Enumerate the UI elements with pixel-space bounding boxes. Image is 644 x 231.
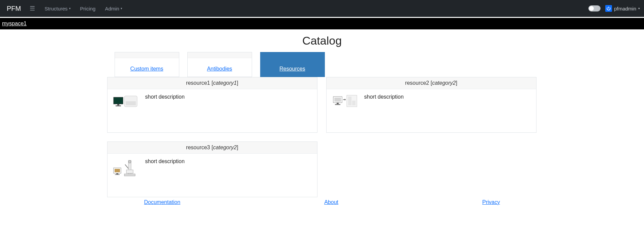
card-name: resource3 <box>186 145 210 150</box>
bracket-close: ] <box>237 80 238 86</box>
navbar-right: pfmadmin ▾ <box>588 5 640 12</box>
svg-rect-13 <box>115 169 120 172</box>
brand-logo[interactable]: PFM <box>4 5 24 12</box>
card-body: short description <box>327 89 536 132</box>
nav-structures[interactable]: Structures ▾ <box>41 6 74 11</box>
user-name: pfmadmin <box>614 6 636 11</box>
resource-card[interactable]: resource1 [category1] short description <box>107 77 317 133</box>
svg-rect-15 <box>115 174 120 175</box>
user-menu[interactable]: pfmadmin ▾ <box>605 5 640 12</box>
card-header: resource3 [category2] <box>108 142 317 154</box>
theme-toggle[interactable] <box>588 5 601 11</box>
card-category: category2 <box>432 80 456 86</box>
breadcrumb-bar: myspace1 <box>0 18 644 29</box>
card-name: resource2 <box>405 80 429 86</box>
tab-custom-items[interactable]: Custom items <box>115 52 179 77</box>
resource-thumbnail <box>113 158 139 179</box>
nav-structures-label: Structures <box>44 6 67 11</box>
card-body: short description <box>108 89 317 132</box>
chevron-down-icon: ▾ <box>638 7 640 10</box>
main-container: Catalog Custom items Antibodies Resource… <box>103 29 541 212</box>
svg-rect-14 <box>116 173 118 174</box>
menu-icon[interactable]: ☰ <box>26 5 38 12</box>
footer-links: Documentation About Privacy <box>107 199 537 205</box>
svg-rect-19 <box>126 170 133 173</box>
svg-rect-10 <box>348 97 351 105</box>
top-navbar: PFM ☰ Structures ▾ Pricing Admin ▾ pfmad… <box>0 0 644 17</box>
footer-about[interactable]: About <box>324 199 338 205</box>
bracket-close: ] <box>237 145 238 150</box>
resource-card[interactable]: resource3 [category2] <box>107 142 317 197</box>
svg-rect-0 <box>114 97 123 104</box>
card-body: short description <box>108 154 317 197</box>
footer-privacy[interactable]: Privacy <box>482 199 500 205</box>
card-name: resource1 <box>186 80 210 86</box>
tab-antibodies-label: Antibodies <box>207 66 232 72</box>
card-category: category1 <box>213 80 237 86</box>
card-description: short description <box>364 94 404 127</box>
resource-thumbnail <box>113 94 139 114</box>
svg-rect-8 <box>335 104 340 105</box>
tab-resources[interactable]: Resources <box>260 52 325 77</box>
svg-rect-11 <box>352 101 356 105</box>
svg-rect-4 <box>126 101 136 105</box>
resource-card[interactable]: resource2 [category2] sho <box>326 77 536 133</box>
breadcrumb-space[interactable]: myspace1 <box>2 21 27 26</box>
svg-point-18 <box>128 160 131 163</box>
tab-antibodies[interactable]: Antibodies <box>187 52 252 77</box>
nav-admin[interactable]: Admin ▾ <box>101 6 126 11</box>
tab-resources-label: Resources <box>279 66 305 72</box>
resource-cards: resource1 [category1] short description <box>107 77 537 197</box>
power-icon <box>605 5 612 12</box>
card-description: short description <box>145 94 185 127</box>
nav-pricing[interactable]: Pricing <box>77 6 99 11</box>
card-header: resource2 [category2] <box>327 77 536 89</box>
svg-line-20 <box>125 164 128 169</box>
navbar-left: PFM ☰ Structures ▾ Pricing Admin ▾ <box>4 5 126 12</box>
nav-admin-label: Admin <box>105 6 119 11</box>
svg-rect-16 <box>124 174 135 176</box>
page-title: Catalog <box>107 34 537 47</box>
bracket-close: ] <box>456 80 457 86</box>
card-description: short description <box>145 158 185 191</box>
svg-rect-6 <box>334 98 341 102</box>
card-header: resource1 [category1] <box>108 77 317 89</box>
card-category: category2 <box>213 145 237 150</box>
tab-custom-items-label: Custom items <box>130 66 163 72</box>
resource-thumbnail <box>332 94 358 114</box>
svg-rect-7 <box>337 103 339 104</box>
chevron-down-icon: ▾ <box>69 7 71 10</box>
svg-rect-1 <box>117 104 119 105</box>
chevron-down-icon: ▾ <box>121 7 122 10</box>
footer-documentation[interactable]: Documentation <box>144 199 181 205</box>
svg-rect-2 <box>116 105 121 106</box>
catalog-tabs: Custom items Antibodies Resources <box>115 52 537 77</box>
